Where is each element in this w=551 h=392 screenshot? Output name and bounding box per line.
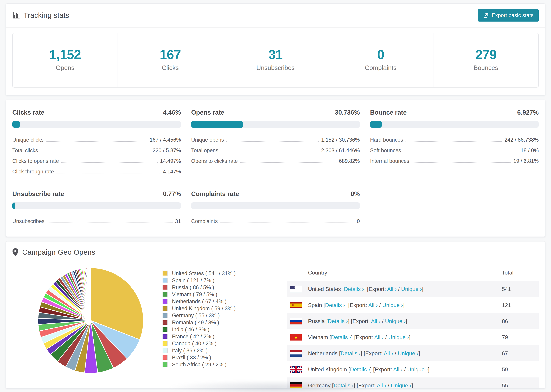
legend-label: United States ( 541 / 31% ) [172, 270, 236, 277]
details-link[interactable]: Details › [333, 382, 353, 389]
legend-item: United Kingdom ( 59 / 3% ) [162, 305, 280, 312]
stat-row: Total clicks220 / 5.87% [12, 145, 181, 156]
flag-gb-icon [290, 366, 302, 373]
legend-label: Spain ( 121 / 7% ) [172, 277, 214, 284]
export-unique-link[interactable]: Unique › [382, 302, 403, 308]
clicks-rate-value: 4.46% [163, 109, 181, 116]
geo-table-row: United Kingdom [Details ›] [Export: All … [287, 361, 539, 378]
legend-label: Russia ( 86 / 5% ) [172, 284, 214, 291]
legend-item: United States ( 541 / 31% ) [162, 270, 280, 277]
legend-swatch-icon [162, 334, 168, 339]
unsubscribe-rate-progressbar [12, 202, 181, 209]
pie-legend: United States ( 541 / 31% )Spain ( 121 /… [162, 270, 280, 368]
summary-unsubscribes: 31 Unsubscribes [223, 33, 328, 87]
export-button-label: Export basic stats [492, 12, 534, 19]
export-all-link[interactable]: All › [384, 350, 393, 357]
geo-body: United States ( 541 / 31% )Spain ( 121 /… [6, 263, 545, 388]
complaints-label: Complaints [330, 64, 431, 71]
details-link[interactable]: Details › [350, 366, 370, 372]
legend-swatch-icon [162, 285, 168, 290]
legend-swatch-icon [162, 362, 168, 367]
unsubscribes-count: 31 [225, 47, 326, 62]
country-name: Vietnam [308, 334, 328, 340]
unsubscribes-label: Unsubscribes [225, 64, 326, 71]
legend-item: Romania ( 49 / 3% ) [162, 319, 280, 326]
rate-block-opens: Opens rate 30.736% Unique opens1,152 / 3… [191, 109, 360, 177]
country-name: Spain [308, 302, 322, 308]
country-name: Russia [308, 318, 325, 324]
country-name: Netherlands [308, 350, 338, 357]
legend-swatch-icon [162, 327, 168, 332]
legend-item: India ( 46 / 3% ) [162, 326, 280, 333]
export-all-link[interactable]: All › [387, 286, 396, 292]
geo-table-header: Country Total [287, 266, 539, 281]
opens-rate-title: Opens rate [191, 109, 224, 116]
stat-row: Internal bounces19 / 6.81% [370, 156, 539, 166]
geo-table-row: Russia [Details ›] [Export: All › / Uniq… [287, 313, 539, 329]
export-unique-link[interactable]: Unique › [398, 350, 418, 357]
details-link[interactable]: Details › [325, 302, 345, 308]
export-icon [483, 13, 489, 18]
bounce-rate-title: Bounce rate [370, 109, 407, 116]
tracking-stats-card: Tracking stats Export basic stats 1,152 … [6, 3, 545, 95]
unsubscribe-rate-title: Unsubscribe rate [12, 190, 64, 197]
opens-rate-progressbar [191, 121, 360, 128]
details-link[interactable]: Details › [328, 318, 348, 324]
geo-table-row: Vietnam [Details ›] [Export: All › / Uni… [287, 329, 539, 345]
export-basic-stats-button[interactable]: Export basic stats [478, 9, 539, 21]
summary-stats-row: 1,152 Opens 167 Clicks 31 Unsubscribes 0… [12, 33, 539, 88]
rate-block-bounce: Bounce rate 6.927% Hard bounces242 / 86.… [370, 109, 539, 177]
bounce-rate-value: 6.927% [517, 109, 539, 116]
legend-item: South Africa ( 29 / 2% ) [162, 361, 280, 368]
rate-block-clicks: Clicks rate 4.46% Unique clicks167 / 4.4… [12, 109, 181, 177]
country-total: 86 [502, 318, 539, 324]
flag-us-icon [290, 286, 302, 292]
export-unique-link[interactable]: Unique › [388, 334, 409, 340]
country-column-header: Country [287, 270, 502, 276]
export-unique-link[interactable]: Unique › [391, 382, 411, 389]
stat-row: Click through rate4.147% [12, 166, 181, 177]
complaints-rate-title: Complaints rate [191, 190, 239, 197]
legend-label: Romania ( 49 / 3% ) [172, 320, 219, 326]
export-all-link[interactable]: All › [371, 318, 380, 324]
opens-count: 1,152 [14, 47, 116, 62]
bounce-rate-progressbar [370, 121, 539, 128]
geo-title: Campaign Geo Opens [22, 248, 95, 256]
export-unique-link[interactable]: Unique › [407, 366, 428, 372]
legend-item: Brazil ( 33 / 2% ) [162, 354, 280, 361]
export-all-link[interactable]: All › [377, 382, 386, 389]
export-all-link[interactable]: All › [368, 302, 378, 308]
stat-row: Complaints0 [191, 216, 360, 227]
details-link[interactable]: Details › [344, 286, 364, 292]
bar-chart-icon [12, 12, 20, 19]
geo-table: Country Total United States [Details ›] … [287, 266, 539, 388]
export-all-link[interactable]: All › [393, 366, 403, 372]
details-link[interactable]: Details › [340, 350, 360, 357]
geo-table-row: United States [Details ›] [Export: All ›… [287, 281, 539, 297]
opens-rate-value: 30.736% [335, 109, 360, 116]
geo-table-row: Spain [Details ›] [Export: All › / Uniqu… [287, 297, 539, 313]
complaints-rate-value: 0% [351, 190, 360, 197]
tracking-stats-header: Tracking stats Export basic stats [6, 4, 545, 28]
country-total: 67 [502, 350, 539, 357]
card-title: Tracking stats [24, 11, 69, 20]
legend-label: Vietnam ( 79 / 5% ) [172, 291, 217, 298]
country-name: Germany [308, 382, 331, 389]
legend-label: South Africa ( 29 / 2% ) [172, 362, 226, 368]
export-all-link[interactable]: All › [374, 334, 384, 340]
legend-item: Spain ( 121 / 7% ) [162, 277, 280, 284]
total-column-header: Total [502, 270, 539, 276]
clicks-count: 167 [120, 47, 221, 62]
legend-swatch-icon [162, 355, 168, 360]
stat-row: Opens to clicks rate689.82% [191, 156, 360, 166]
export-unique-link[interactable]: Unique › [401, 286, 422, 292]
flag-de-icon [290, 382, 302, 388]
clicks-rate-title: Clicks rate [12, 109, 44, 116]
details-link[interactable]: Details › [331, 334, 351, 340]
legend-swatch-icon [162, 306, 168, 311]
unsubscribe-rate-value: 0.77% [163, 190, 181, 197]
country-name: United Kingdom [308, 366, 347, 372]
export-unique-link[interactable]: Unique › [385, 318, 406, 324]
rates-card: Clicks rate 4.46% Unique clicks167 / 4.4… [6, 100, 545, 237]
opens-label: Opens [14, 64, 116, 71]
